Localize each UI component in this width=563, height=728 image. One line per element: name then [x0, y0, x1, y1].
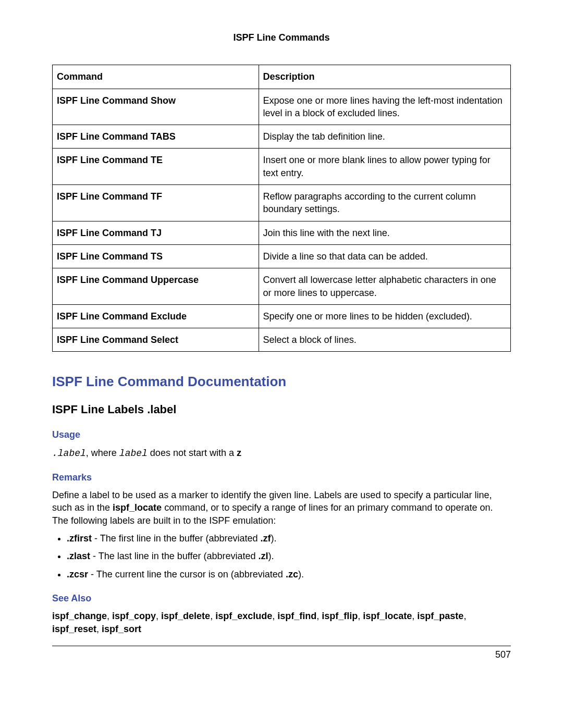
- label-abbr: .zf: [261, 533, 271, 544]
- page-footer: 507: [52, 646, 511, 661]
- table-row: ISPF Line Command TJJoin this line with …: [53, 221, 511, 244]
- sep: ,: [412, 611, 417, 621]
- label-name: .zfirst: [67, 533, 92, 544]
- sep: ,: [316, 611, 322, 621]
- cmd-cell: ISPF Line Command Exclude: [53, 304, 259, 328]
- list-item: .zlast - The last line in the buffer (ab…: [67, 550, 511, 562]
- builtin-labels-list: .zfirst - The first line in the buffer (…: [52, 532, 511, 581]
- usage-label-var: label: [119, 448, 148, 459]
- desc-cell: Join this line with the next line.: [259, 221, 510, 244]
- seealso-item: ispf_copy: [112, 611, 156, 621]
- cmd-cell: ISPF Line Command TE: [53, 149, 259, 185]
- label-desc: - The current line the cursor is on (abb…: [88, 569, 286, 579]
- label-end: ).: [271, 533, 277, 544]
- sep: ,: [463, 611, 466, 621]
- sep: ,: [96, 624, 102, 634]
- table-row: ISPF Line Command ExcludeSpecify one or …: [53, 304, 511, 328]
- seealso-item: ispf_change: [52, 611, 107, 621]
- cmd-cell: ISPF Line Command TF: [53, 185, 259, 221]
- desc-cell: Reflow paragraphs according to the curre…: [259, 185, 510, 221]
- desc-cell: Convert all lowercase letter alphabetic …: [259, 268, 510, 305]
- page-number: 507: [495, 649, 511, 660]
- desc-cell: Divide a line so that data can be added.: [259, 244, 510, 268]
- sub-title-labels: ISPF Line Labels .label: [52, 402, 511, 417]
- usage-label-literal: .label: [52, 448, 86, 459]
- seealso-item: ispf_sort: [102, 624, 141, 634]
- list-item: .zfirst - The first line in the buffer (…: [67, 532, 511, 545]
- col-description: Description: [259, 65, 510, 89]
- desc-cell: Display the tab definition line.: [259, 125, 510, 149]
- remarks-cmd: ispf_locate: [113, 502, 162, 513]
- usage-text: , where: [86, 448, 119, 458]
- section-title: ISPF Line Command Documentation: [52, 373, 511, 391]
- sep: ,: [210, 611, 215, 621]
- remarks-heading: Remarks: [52, 471, 511, 484]
- cmd-cell: ISPF Line Command TABS: [53, 125, 259, 149]
- cmd-cell: ISPF Line Command TJ: [53, 221, 259, 244]
- table-row: ISPF Line Command ShowExpose one or more…: [53, 89, 511, 125]
- cmd-cell: ISPF Line Command TS: [53, 244, 259, 268]
- label-abbr: .zl: [259, 551, 268, 561]
- sep: ,: [358, 611, 363, 621]
- label-name: .zlast: [67, 551, 90, 561]
- col-command: Command: [53, 65, 259, 89]
- desc-cell: Insert one or more blank lines to allow …: [259, 149, 510, 185]
- seealso-heading: See Also: [52, 592, 511, 604]
- sep: ,: [272, 611, 277, 621]
- label-abbr: .zc: [286, 569, 298, 579]
- table-row: ISPF Line Command SelectSelect a block o…: [53, 328, 511, 352]
- table-row: ISPF Line Command TFReflow paragraphs ac…: [53, 185, 511, 221]
- seealso-item: ispf_reset: [52, 624, 96, 634]
- usage-line: .label, where label does not start with …: [52, 447, 511, 460]
- seealso-item: ispf_exclude: [215, 611, 272, 621]
- commands-table: Command Description ISPF Line Command Sh…: [52, 65, 511, 352]
- usage-z: z: [237, 448, 241, 458]
- list-item: .zcsr - The current line the cursor is o…: [67, 568, 511, 581]
- seealso-item: ispf_paste: [417, 611, 463, 621]
- label-end: ).: [268, 551, 274, 561]
- desc-cell: Select a block of lines.: [259, 328, 510, 352]
- seealso-item: ispf_find: [277, 611, 316, 621]
- seealso-list: ispf_change, ispf_copy, ispf_delete, isp…: [52, 610, 511, 635]
- label-name: .zcsr: [67, 569, 88, 579]
- remarks-intro: Define a label to be used as a marker to…: [52, 489, 511, 527]
- sep: ,: [156, 611, 161, 621]
- seealso-item: ispf_locate: [363, 611, 412, 621]
- table-row: ISPF Line Command TEInsert one or more b…: [53, 149, 511, 185]
- label-desc: - The last line in the buffer (abbreviat…: [90, 551, 259, 561]
- table-row: ISPF Line Command TABSDisplay the tab de…: [53, 125, 511, 149]
- label-end: ).: [298, 569, 304, 579]
- seealso-item: ispf_flip: [322, 611, 358, 621]
- seealso-item: ispf_delete: [161, 611, 210, 621]
- desc-cell: Expose one or more lines having the left…: [259, 89, 510, 125]
- sep: ,: [107, 611, 112, 621]
- table-row: ISPF Line Command TSDivide a line so tha…: [53, 244, 511, 268]
- cmd-cell: ISPF Line Command Show: [53, 89, 259, 125]
- cmd-cell: ISPF Line Command Select: [53, 328, 259, 352]
- usage-heading: Usage: [52, 428, 511, 441]
- label-desc: - The first line in the buffer (abbrevia…: [92, 533, 261, 544]
- cmd-cell: ISPF Line Command Uppercase: [53, 268, 259, 305]
- desc-cell: Specify one or more lines to be hidden (…: [259, 304, 510, 328]
- page-header: ISPF Line Commands: [52, 31, 511, 44]
- table-row: ISPF Line Command UppercaseConvert all l…: [53, 268, 511, 305]
- usage-text: does not start with a: [148, 448, 237, 458]
